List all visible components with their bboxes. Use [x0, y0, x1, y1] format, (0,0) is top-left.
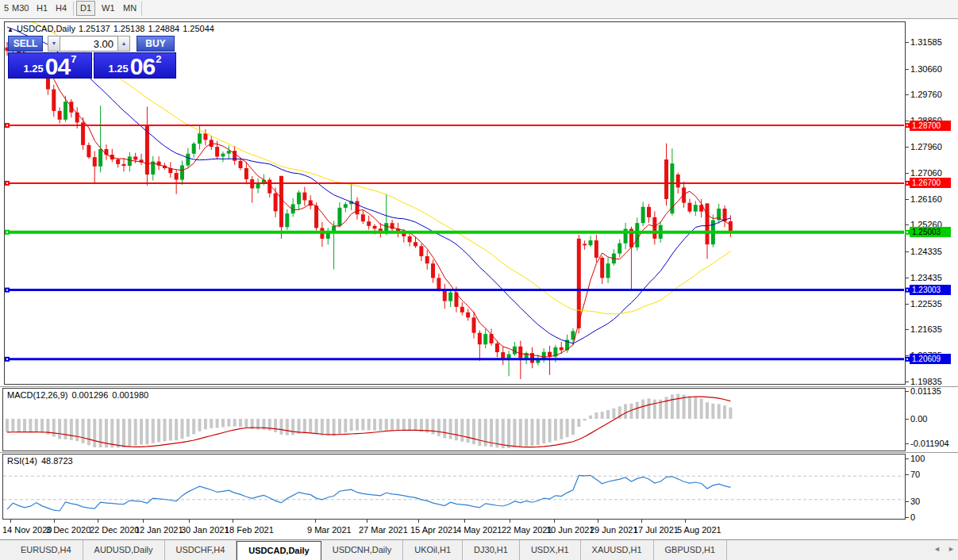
date-tick [367, 520, 367, 523]
chart-tab-usdcnh-daily[interactable]: USDCNH,Daily [321, 540, 404, 560]
volume-increase-button[interactable]: ▲ [117, 36, 130, 52]
scale-tick [906, 501, 909, 502]
low-value: 1.24884 [148, 24, 179, 33]
scale-tick-label: 1.30660 [910, 64, 942, 74]
collapse-arrow-icon[interactable]: ▲ [7, 26, 13, 33]
buy-button[interactable]: BUY [137, 36, 175, 52]
date-tick [10, 520, 11, 523]
ask-pip-digit: 2 [156, 53, 161, 65]
sell-button[interactable]: SELL [8, 36, 43, 52]
date-label: 22 May 2021 [502, 525, 552, 535]
date-tick [510, 520, 510, 523]
scale-tick-label: 1.19835 [910, 377, 942, 386]
chart-tab-eurusd-h4[interactable]: EURUSD,H4 [10, 540, 83, 560]
scale-tick [906, 42, 909, 43]
scale-tick [906, 517, 909, 518]
tab-scroll-right-icon[interactable]: ► [948, 545, 955, 553]
date-tick [598, 520, 598, 523]
timeframe-button-h1[interactable]: H1 [33, 2, 51, 15]
date-tick [685, 520, 686, 523]
scale-tick [906, 121, 909, 121]
tab-scroll-left-icon[interactable]: ◄ [933, 545, 941, 553]
timeframe-button-mn[interactable]: MN [120, 2, 140, 15]
bid-big-digits: 04 [45, 56, 70, 76]
toolbar-separator [73, 2, 74, 16]
volume-decrease-button[interactable]: ▼ [48, 36, 60, 52]
scale-tick-label: 0 [910, 512, 915, 522]
scale-tick-label: 1.29760 [910, 90, 942, 99]
ask-big-digits: 06 [130, 56, 155, 76]
bid-price-button[interactable]: 1.25 04 7 [8, 52, 92, 79]
date-label: 12 Jan 2021 [135, 525, 183, 535]
scale-tick [906, 278, 909, 278]
close-value: 1.25044 [183, 24, 214, 33]
scale-tick-label: 1.31585 [910, 37, 942, 47]
scale-tick [906, 199, 909, 200]
date-label: 17 Jul 2021 [633, 525, 679, 535]
date-tick [98, 520, 98, 523]
ask-prefix: 1.25 [109, 63, 129, 76]
panel-splitter[interactable] [0, 386, 958, 387]
date-tick [641, 520, 642, 523]
chart-tab-usdchf-h4[interactable]: USDCHF,H4 [165, 540, 237, 560]
date-label: 29 Jun 2021 [590, 525, 638, 535]
timeframe-button-h4[interactable]: H4 [52, 2, 70, 15]
panel-splitter[interactable] [0, 452, 958, 453]
price-line-tag[interactable]: 1.20609 [910, 354, 951, 364]
scale-tick-label: 1.21635 [910, 324, 942, 334]
scale-tick [906, 173, 909, 174]
one-click-trade-panel: SELL ▼ ▲ BUY 1.25 04 7 1.25 06 2 [8, 36, 176, 79]
price-line-tag[interactable]: 1.25003 [910, 227, 951, 237]
macd-signal-value: 0.001980 [112, 390, 148, 400]
bid-pip-digit: 7 [71, 53, 76, 65]
date-tick [189, 520, 190, 523]
price-line-tag[interactable]: 1.28700 [910, 121, 951, 131]
date-tick [143, 520, 144, 523]
bid-prefix: 1.25 [24, 63, 44, 76]
date-label: 5 Aug 2021 [677, 525, 721, 535]
scale-tick [906, 458, 909, 459]
timeframe-button-w1[interactable]: W1 [98, 2, 118, 15]
volume-input[interactable] [60, 36, 117, 52]
scale-tick-label: 1.27960 [910, 142, 942, 152]
rsi-name: RSI(14) [7, 456, 37, 466]
toolbar-separator [141, 2, 142, 16]
date-label: 27 Mar 2021 [359, 525, 408, 535]
date-label: 30 Jan 2021 [181, 525, 229, 535]
scale-tick-label: 100 [910, 454, 925, 463]
scale-tick [906, 69, 909, 70]
date-label: 22 Dec 2020 [90, 525, 139, 535]
macd-main-value: 0.001296 [71, 390, 108, 400]
date-label: 14 Nov 2020 [2, 525, 52, 535]
scale-tick [906, 224, 909, 225]
timeframe-button-d1[interactable]: D1 [76, 1, 95, 16]
mt4-window: 5M30H1H4D1W1MN ▲USDCAD,Daily1.251371.251… [0, 0, 958, 560]
date-label: 18 Feb 2021 [225, 525, 274, 535]
scale-tick-label: 1.24335 [910, 247, 942, 256]
scale-tick [906, 304, 909, 305]
scale-tick [906, 329, 909, 330]
chart-tab-gbpusd-h1[interactable]: GBPUSD,H1 [654, 540, 728, 560]
ask-price-button[interactable]: 1.25 06 2 [94, 52, 176, 79]
scale-tick [906, 94, 909, 95]
date-label: 3 Dec 2020 [46, 525, 90, 535]
date-label: 4 May 2021 [456, 525, 502, 535]
chart-tab-xauusd-h1[interactable]: XAUUSD,H1 [581, 540, 654, 560]
chart-tab-usdx-h1[interactable]: USDX,H1 [520, 540, 581, 560]
scale-tick [906, 355, 909, 356]
timeframe-button-m30[interactable]: M30 [9, 2, 32, 15]
price-line-tag[interactable]: 1.26700 [910, 178, 951, 188]
timeframe-toolbar: 5M30H1H4D1W1MN [0, 0, 958, 19]
chart-tab-ukoil-h1[interactable]: UKOil,H1 [403, 540, 463, 560]
chart-tab-audusd-daily[interactable]: AUDUSD,Daily [83, 540, 165, 560]
high-value: 1.25138 [113, 24, 145, 33]
scale-tick [906, 251, 909, 252]
open-value: 1.25137 [79, 24, 110, 33]
chart-tab-usdcad-daily[interactable]: USDCAD,Daily [237, 541, 321, 560]
price-line-tag[interactable]: 1.23003 [910, 285, 951, 295]
scale-tick-label: -0.011904 [910, 439, 949, 448]
date-label: 9 Mar 2021 [307, 525, 352, 535]
scale-tick [906, 419, 909, 420]
symbol-label: USDCAD,Daily [17, 24, 75, 33]
chart-tab-dj30-h1[interactable]: DJ30,H1 [463, 540, 520, 560]
